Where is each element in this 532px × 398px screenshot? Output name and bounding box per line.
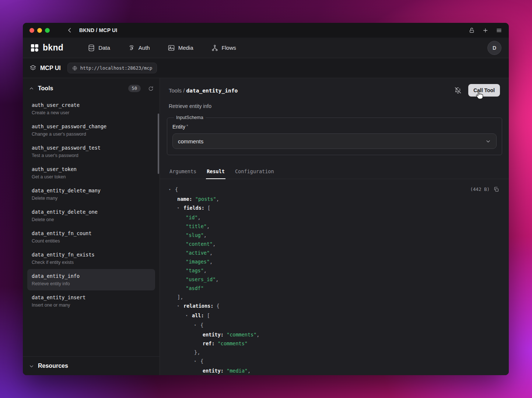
tools-section-header[interactable]: Tools 50 bbox=[23, 78, 160, 97]
tool-name: data_entity_insert bbox=[32, 294, 151, 300]
chevron-down-icon bbox=[29, 363, 34, 369]
tool-item-data_entity_fn_exists[interactable]: data_entity_fn_existsCheck if entity exi… bbox=[27, 248, 155, 269]
breadcrumb-current: data_entity_info bbox=[186, 88, 238, 94]
tool-item-data_entity_delete_one[interactable]: data_entity_delete_oneDelete one bbox=[27, 205, 155, 226]
nav-item-media[interactable]: Media bbox=[168, 44, 193, 52]
collapse-toggle-icon[interactable]: ▾ bbox=[194, 357, 200, 366]
json-line: "images", bbox=[169, 257, 500, 266]
nav-item-flows[interactable]: Flows bbox=[211, 44, 236, 52]
titlebar-actions bbox=[469, 27, 502, 34]
window-title: BKND / MCP UI bbox=[79, 27, 117, 33]
database-icon bbox=[88, 44, 95, 52]
json-line: ▾{ bbox=[169, 321, 500, 330]
tool-item-data_entity_info[interactable]: data_entity_infoRetrieve entity info bbox=[27, 269, 155, 290]
close-window-button[interactable] bbox=[29, 28, 34, 33]
json-line: }, bbox=[169, 348, 500, 357]
minimize-window-button[interactable] bbox=[37, 28, 42, 33]
json-line: entity: "comments", bbox=[169, 330, 500, 339]
nav-item-data[interactable]: Data bbox=[88, 44, 110, 52]
entity-field-label: Entity* bbox=[172, 124, 497, 130]
tool-description: Retrieve entity info bbox=[160, 100, 509, 109]
bknd-logo-icon bbox=[30, 43, 39, 52]
nav-item-auth[interactable]: Auth bbox=[128, 44, 150, 52]
json-line: "users_id", bbox=[169, 275, 500, 284]
entity-select[interactable]: comments bbox=[172, 133, 497, 149]
result-meta: (442 B) bbox=[470, 185, 499, 194]
tool-item-data_entity_fn_count[interactable]: data_entity_fn_countCount entities bbox=[27, 226, 155, 248]
menu-icon[interactable] bbox=[496, 27, 502, 34]
tool-item-data_entity_insert[interactable]: data_entity_insertInsert one or many bbox=[27, 290, 155, 312]
tools-section-title: Tools bbox=[38, 85, 53, 92]
tool-item-auth_user_create[interactable]: auth_user_createCreate a new user bbox=[27, 98, 155, 119]
tool-item-data_entity_delete_many[interactable]: data_entity_delete_manyDelete many bbox=[27, 184, 155, 205]
traffic-lights bbox=[29, 28, 50, 33]
tool-name: auth_user_create bbox=[32, 102, 151, 108]
collapse-toggle-icon[interactable]: ▾ bbox=[169, 185, 175, 194]
tool-name: auth_user_password_change bbox=[32, 123, 151, 129]
sidebar-scrollbar[interactable] bbox=[158, 114, 159, 174]
result-panel: (442 B) ▾{name: "posts",▾fields: ["id","… bbox=[160, 179, 509, 375]
json-line: "id", bbox=[169, 213, 500, 222]
tool-desc: Test a user's password bbox=[32, 153, 151, 158]
json-line: ▾relations: { bbox=[169, 301, 500, 311]
tool-item-auth_user_token[interactable]: auth_user_tokenGet a user token bbox=[27, 162, 155, 184]
mcp-url-chip[interactable]: http://localhost:28623/mcp bbox=[67, 63, 157, 73]
tool-desc: Count entities bbox=[32, 238, 151, 244]
json-line: ref: "comments" bbox=[169, 339, 500, 348]
collapse-toggle-icon[interactable]: ▾ bbox=[194, 321, 200, 329]
avatar[interactable]: D bbox=[487, 41, 501, 55]
json-line: "slug", bbox=[169, 231, 500, 240]
fingerprint-icon bbox=[128, 44, 135, 52]
new-tab-button[interactable] bbox=[482, 27, 489, 34]
tool-desc: Create a new user bbox=[32, 110, 151, 115]
nav-item-label: Data bbox=[98, 45, 110, 51]
back-button[interactable] bbox=[65, 26, 74, 35]
refresh-tools-button[interactable] bbox=[148, 86, 154, 91]
collapse-toggle-icon[interactable]: ▾ bbox=[186, 311, 192, 320]
json-line: "title", bbox=[169, 222, 500, 231]
copy-result-button[interactable] bbox=[493, 186, 499, 192]
json-line: ], bbox=[169, 293, 500, 301]
tabs: ArgumentsResultConfiguration bbox=[160, 165, 509, 179]
resources-section-header[interactable]: Resources bbox=[23, 356, 160, 375]
lock-icon[interactable] bbox=[469, 27, 475, 34]
tool-item-auth_user_password_change[interactable]: auth_user_password_changeChange a user's… bbox=[27, 119, 155, 141]
tool-name: data_entity_delete_one bbox=[32, 209, 151, 215]
nav-item-label: Auth bbox=[139, 45, 150, 51]
brand[interactable]: bknd bbox=[30, 43, 63, 53]
tool-desc: Delete many bbox=[32, 196, 151, 201]
resources-section-title: Resources bbox=[38, 363, 68, 369]
json-tree: ▾{name: "posts",▾fields: ["id","title","… bbox=[169, 185, 500, 375]
breadcrumb: Tools / data_entity_info bbox=[169, 87, 238, 94]
main-panel: Tools / data_entity_info Call Tool Retri… bbox=[160, 78, 509, 375]
json-line: "tags", bbox=[169, 266, 500, 275]
json-line: "active", bbox=[169, 248, 500, 257]
brand-name: bknd bbox=[43, 43, 63, 53]
tools-count-badge: 50 bbox=[128, 85, 141, 92]
tab-configuration[interactable]: Configuration bbox=[234, 165, 275, 179]
tab-arguments[interactable]: Arguments bbox=[169, 165, 197, 179]
tab-result[interactable]: Result bbox=[206, 165, 225, 179]
zoom-window-button[interactable] bbox=[45, 28, 50, 33]
tool-desc: Check if entity exists bbox=[32, 260, 151, 265]
required-mark: * bbox=[186, 124, 188, 129]
json-line: "asdf" bbox=[169, 284, 500, 293]
tool-item-auth_user_password_test[interactable]: auth_user_password_testTest a user's pas… bbox=[27, 141, 155, 162]
tool-list: auth_user_createCreate a new userauth_us… bbox=[23, 97, 160, 356]
call-tool-button[interactable]: Call Tool bbox=[468, 84, 500, 97]
tool-name: auth_user_password_test bbox=[32, 145, 151, 151]
json-line: entity: "media", bbox=[169, 366, 500, 375]
collapse-toggle-icon[interactable]: ▾ bbox=[177, 203, 183, 212]
chevron-up-icon bbox=[29, 86, 34, 91]
globe-icon bbox=[72, 66, 77, 71]
page-title: MCP UI bbox=[40, 65, 61, 71]
mcp-icon bbox=[29, 64, 36, 71]
bell-off-icon[interactable] bbox=[454, 87, 462, 94]
collapse-toggle-icon[interactable]: ▾ bbox=[177, 301, 183, 310]
chevron-left-icon bbox=[66, 27, 73, 34]
json-line: ▾{ bbox=[169, 357, 500, 366]
tool-desc: Delete one bbox=[32, 217, 151, 222]
app-window: BKND / MCP UI bknd DataAuthMediaFlows D … bbox=[23, 23, 509, 375]
breadcrumb-tools-link[interactable]: Tools bbox=[169, 87, 182, 94]
entity-select-value: comments bbox=[178, 138, 203, 144]
